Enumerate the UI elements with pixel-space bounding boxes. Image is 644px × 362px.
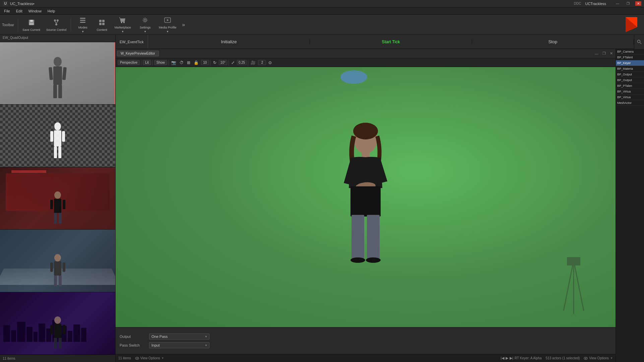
pass-switch-select[interactable]: Input Output Alpha xyxy=(149,342,209,348)
right-item-0[interactable]: BP_Camera xyxy=(616,49,644,55)
camera-icon[interactable]: 📷 xyxy=(170,60,177,65)
show-button[interactable]: Show xyxy=(154,60,167,65)
close-button[interactable]: ✕ xyxy=(635,1,641,6)
output-select[interactable]: One Pass Two Pass Alpha xyxy=(149,334,209,340)
items-count-status: 11 items xyxy=(118,356,131,360)
minimize-button[interactable]: — xyxy=(614,1,621,6)
svg-rect-8 xyxy=(80,18,85,19)
right-item-6[interactable]: BP_PTalen xyxy=(616,83,644,89)
preview-item-1[interactable] xyxy=(0,42,115,105)
menu-help[interactable]: Help xyxy=(45,8,58,14)
modes-button[interactable]: Modes ▼ xyxy=(73,16,93,34)
preview-item-5[interactable] xyxy=(0,292,115,355)
lit-button[interactable]: Lit xyxy=(143,60,151,65)
start-tick-button[interactable]: Start Tick xyxy=(310,39,472,44)
svg-rect-45 xyxy=(63,262,65,272)
preview-item-3[interactable] xyxy=(0,167,115,230)
media-profile-button[interactable]: Media Profile ▼ xyxy=(156,16,179,34)
preview-item-2[interactable] xyxy=(0,105,115,167)
rotate-icon[interactable]: ↻ xyxy=(212,60,217,65)
svg-point-5 xyxy=(55,23,57,25)
ddc-label: DDC xyxy=(574,2,581,5)
person-svg-5 xyxy=(49,316,67,353)
viewport-header: W_KeyerPreviewEditor — ❐ ✕ xyxy=(116,49,616,58)
menu-edit[interactable]: Edit xyxy=(13,8,25,14)
svg-rect-35 xyxy=(54,199,61,213)
green-viewport[interactable] xyxy=(116,67,616,327)
cam-icon[interactable]: 🎥 xyxy=(250,60,257,65)
eye-icon xyxy=(135,356,139,360)
toolbar: Toolbar Save Current Source Control xyxy=(0,15,644,35)
right-item-1[interactable]: BP_FTalent xyxy=(616,55,644,60)
svg-point-17 xyxy=(144,19,146,21)
prev-frame[interactable]: |◀ xyxy=(501,356,504,360)
search-button[interactable] xyxy=(634,35,644,49)
scale-icon[interactable]: ⤢ xyxy=(230,60,236,65)
marketplace-arrow[interactable]: ▼ xyxy=(121,29,125,34)
svg-point-4 xyxy=(57,19,59,21)
output-row: Output One Pass Two Pass Alpha xyxy=(120,334,611,340)
save-current-button[interactable]: Save Current xyxy=(20,16,43,34)
marketplace-button[interactable]: Marketplace ▼ xyxy=(111,16,134,34)
media-profile-arrow[interactable]: ▼ xyxy=(166,29,170,34)
view-options-left[interactable]: View Options ▼ xyxy=(135,356,164,360)
surface-icon[interactable]: ⊙ xyxy=(267,60,273,65)
perspective-button[interactable]: Perspective xyxy=(118,60,140,65)
right-item-2[interactable]: BP_Keyer xyxy=(616,60,644,66)
person-svg-1 xyxy=(46,56,69,103)
snap-icon[interactable]: 🔒 xyxy=(193,60,200,65)
play-button[interactable]: ▶ xyxy=(506,356,508,360)
search-icon xyxy=(637,40,642,44)
svg-rect-37 xyxy=(59,213,62,224)
settings-arrow[interactable]: ▼ xyxy=(143,29,147,34)
view-options-right[interactable]: View Options ▼ xyxy=(584,356,613,360)
right-item-5[interactable]: BP_Output xyxy=(616,77,644,83)
content-button[interactable]: Content xyxy=(93,16,110,34)
right-item-7[interactable]: BP_Virtua xyxy=(616,89,644,95)
svg-line-7 xyxy=(56,21,58,23)
realtime-icon[interactable]: ⏱ xyxy=(179,60,185,65)
settings-button[interactable]: Settings ▼ xyxy=(135,16,155,34)
stop-button[interactable]: Stop xyxy=(472,39,634,44)
svg-rect-14 xyxy=(102,23,105,25)
event-tick-buttons: Initialize Start Tick Stop xyxy=(148,39,634,44)
menu-window[interactable]: Window xyxy=(26,8,44,14)
svg-rect-24 xyxy=(53,85,57,98)
output-select-wrapper: One Pass Two Pass Alpha xyxy=(149,334,209,340)
grid-icon[interactable]: ⊞ xyxy=(186,60,191,65)
svg-line-6 xyxy=(55,21,56,23)
status-left: 11 items View Options ▼ xyxy=(118,356,164,360)
svg-rect-38 xyxy=(50,200,53,209)
person-svg-3 xyxy=(49,191,67,228)
viewport-tab[interactable]: W_KeyerPreviewEditor xyxy=(117,51,159,56)
viewport-close[interactable]: ✕ xyxy=(608,51,614,56)
output-label: Output xyxy=(120,335,146,339)
right-item-4[interactable]: BP_Output xyxy=(616,72,644,77)
modes-arrow[interactable]: ▼ xyxy=(81,29,85,34)
viewport-and-right: W_KeyerPreviewEditor — ❐ ✕ Perspective L… xyxy=(116,49,644,362)
menu-file[interactable]: File xyxy=(1,8,13,14)
source-control-label: Source Control xyxy=(46,28,66,32)
viewport-minimize[interactable]: — xyxy=(593,51,600,56)
initialize-button[interactable]: Initialize xyxy=(148,39,310,44)
viewport-restore[interactable]: ❐ xyxy=(601,51,607,56)
preview-item-4[interactable] xyxy=(0,230,115,292)
tripod-svg xyxy=(557,254,590,314)
items-count-left: 11 items xyxy=(3,357,15,360)
toolbar-more-button[interactable]: » xyxy=(180,20,187,29)
next-frame[interactable]: ▶| xyxy=(510,356,513,360)
svg-rect-59 xyxy=(351,215,364,258)
right-item-3[interactable]: BP_Materia xyxy=(616,66,644,72)
source-control-icon xyxy=(52,18,61,27)
svg-point-16 xyxy=(123,22,125,23)
restore-button[interactable]: ❐ xyxy=(625,1,631,6)
person-svg-2 xyxy=(49,122,66,165)
scale-val: 0.25 xyxy=(237,60,247,65)
svg-rect-1 xyxy=(30,20,33,22)
source-control-button[interactable]: Source Control xyxy=(44,16,69,34)
right-item-9[interactable]: MeshActor xyxy=(616,100,644,106)
svg-rect-47 xyxy=(54,324,61,338)
right-item-8[interactable]: BP_Virtua xyxy=(616,95,644,100)
settings-icon xyxy=(140,15,150,25)
svg-rect-10 xyxy=(80,22,85,23)
